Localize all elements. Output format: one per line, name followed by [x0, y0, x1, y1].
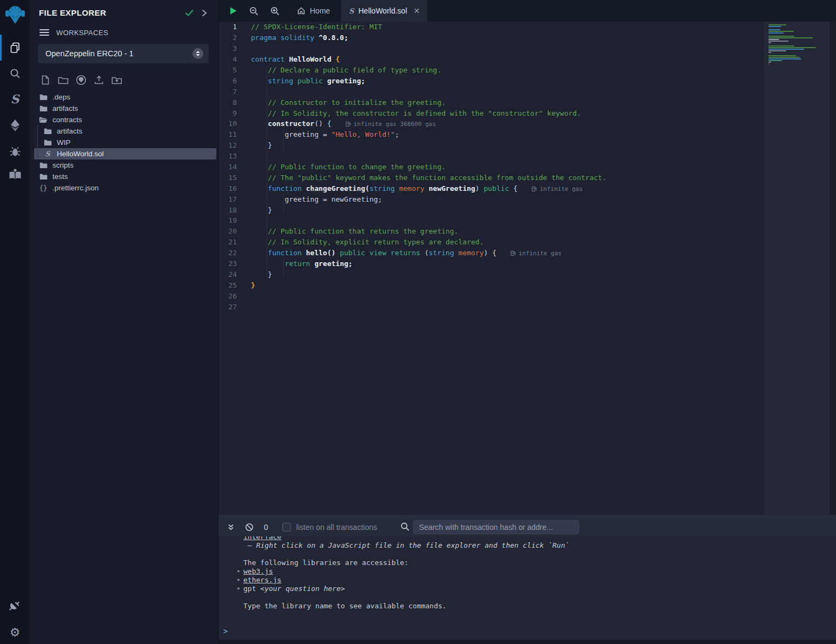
indent-guide	[283, 258, 284, 280]
minimap-line	[768, 31, 794, 32]
remix-logo-icon[interactable]	[0, 3, 30, 26]
check-icon[interactable]	[184, 9, 194, 17]
terminal-text: The following libraries are accessible:	[243, 559, 408, 567]
editor-scrollbar[interactable]	[829, 22, 836, 515]
code-line[interactable]: 5 // Declare a public field of type stri…	[218, 65, 764, 76]
deploy-and-run-icon[interactable]	[0, 114, 30, 137]
code-line[interactable]: 21 // In Solidity, explicit return types…	[218, 237, 764, 248]
search-icon[interactable]	[0, 62, 30, 85]
chevron-right-icon[interactable]	[201, 9, 208, 17]
learneth-icon[interactable]	[0, 163, 30, 185]
code-line[interactable]: 12 }	[218, 140, 764, 151]
file-explorer-icon[interactable]	[0, 36, 30, 59]
listen-transactions-checkbox[interactable]	[282, 523, 291, 532]
tree-item-tests[interactable]: tests	[34, 171, 216, 182]
code-line[interactable]: 14 // Public function to change the gree…	[218, 162, 764, 172]
tree-item-artifacts[interactable]: artifacts	[34, 103, 216, 114]
terminal-link[interactable]: web3.js	[243, 567, 273, 575]
tree-item-helloworld-sol[interactable]: SHelloWorld.sol	[34, 148, 216, 160]
code-line[interactable]: 13	[218, 151, 764, 162]
new-folder-icon[interactable]	[56, 74, 70, 87]
terminal-line	[218, 550, 836, 559]
code-line[interactable]: 20 // Public function that returns the g…	[218, 226, 764, 237]
upload-file-icon[interactable]	[92, 74, 106, 87]
tree-item--deps[interactable]: .deps	[34, 91, 216, 103]
code-line[interactable]: 8 // Constructor to initialize the greet…	[218, 97, 764, 108]
code-line[interactable]: 7	[218, 86, 764, 97]
folder-icon	[39, 172, 48, 181]
new-file-icon[interactable]	[38, 74, 52, 87]
workspace-select[interactable]: OpenZeppelin ERC20 - 1	[38, 44, 209, 63]
code-line[interactable]: 16 function changeGreeting(string memory…	[218, 183, 764, 194]
code-line[interactable]: 22 function hello() public view returns …	[218, 248, 764, 258]
file-explorer-panel: FILE EXPLORER WORKSPACES OpenZeppelin ER…	[30, 0, 218, 644]
code-line[interactable]: 17 greeting = newGreeting;	[218, 194, 764, 204]
github-clone-icon[interactable]	[74, 74, 88, 87]
tree-item-label: HelloWorld.sol	[57, 150, 104, 158]
tree-item-contracts[interactable]: contracts	[34, 114, 216, 125]
code-line[interactable]: 11 greeting = "Hello, World!";	[218, 129, 764, 140]
folder-icon	[39, 161, 48, 170]
code-text: contract HelloWorld {	[251, 55, 764, 63]
code-line[interactable]: 15 // The "public" keyword makes the fun…	[218, 172, 764, 183]
terminal-prompt[interactable]: >	[223, 627, 228, 635]
tab-helloworld-sol[interactable]: S HelloWorld.sol ✕	[341, 0, 427, 22]
editor-area: Home S HelloWorld.sol ✕ 1// SPDX-License…	[218, 0, 836, 515]
code-line[interactable]: 27	[218, 301, 764, 312]
terminal-search-input[interactable]	[413, 520, 579, 534]
clear-console-icon[interactable]	[242, 523, 256, 532]
bullet: •	[236, 576, 243, 585]
minimap-line	[768, 67, 825, 68]
expand-terminal-icon[interactable]	[224, 523, 238, 531]
minimap-line	[768, 34, 825, 35]
code-line[interactable]: 1// SPDX-License-Identifier: MIT	[218, 22, 764, 32]
minimap-line	[768, 60, 782, 61]
close-tab-icon[interactable]: ✕	[414, 6, 420, 15]
code-text: }	[251, 206, 764, 214]
tree-item-label: contracts	[52, 116, 82, 124]
workspace-sort-icon[interactable]	[193, 48, 203, 59]
tree-item-label: WIP	[57, 138, 71, 147]
tree-item--prettierrc-json[interactable]: {}.prettierrc.json	[34, 182, 216, 194]
line-number: 16	[218, 184, 251, 192]
solidity-compiler-icon[interactable]: S	[0, 88, 30, 110]
code-line[interactable]: 3	[218, 43, 764, 54]
tree-item-wip[interactable]: WIP	[34, 137, 216, 148]
solidity-icon: S	[349, 8, 354, 15]
plugin-manager-icon[interactable]	[0, 595, 30, 618]
minimap[interactable]	[764, 22, 829, 515]
tab-home[interactable]: Home	[290, 0, 337, 22]
line-number: 10	[218, 119, 251, 128]
code-line[interactable]: 2pragma solidity ^0.8.0;	[218, 32, 764, 43]
code-line[interactable]: 6 string public greeting;	[218, 75, 764, 86]
code-text: function changeGreeting(string memory ne…	[251, 184, 764, 192]
debugger-icon[interactable]	[0, 140, 30, 163]
settings-gear-icon[interactable]: ⚙	[0, 621, 30, 644]
line-number: 3	[218, 44, 251, 52]
code-line[interactable]: 19	[218, 215, 764, 226]
tree-item-artifacts[interactable]: artifacts	[34, 125, 216, 137]
code-line[interactable]: 25}	[218, 280, 764, 290]
hamburger-menu-icon[interactable]	[39, 28, 50, 37]
terminal-link[interactable]: interface	[243, 536, 281, 541]
code-text: return greeting;	[251, 260, 764, 268]
code-line[interactable]: 24 }	[218, 269, 764, 280]
code-line[interactable]: 10 constructor() {infinite gas 368600 ga…	[218, 118, 764, 129]
upload-folder-icon[interactable]	[110, 74, 124, 87]
terminal-link[interactable]: ethers.js	[243, 576, 281, 584]
code-lines: 1// SPDX-License-Identifier: MIT2pragma …	[218, 22, 764, 312]
code-editor[interactable]: 1// SPDX-License-Identifier: MIT2pragma …	[218, 22, 764, 515]
code-line[interactable]: 4contract HelloWorld {	[218, 54, 764, 65]
zoom-out-icon[interactable]	[249, 6, 259, 16]
terminal-line: •web3.js	[218, 567, 836, 576]
code-line[interactable]: 9 // In Solidity, the constructor is def…	[218, 108, 764, 118]
zoom-in-icon[interactable]	[270, 6, 280, 16]
run-script-icon[interactable]	[228, 6, 238, 16]
minimap-line	[768, 24, 786, 25]
listen-transactions-label: listen on all transactions	[296, 523, 377, 532]
tree-item-scripts[interactable]: scripts	[34, 160, 216, 171]
code-line[interactable]: 23 return greeting;	[218, 258, 764, 269]
code-line[interactable]: 26	[218, 290, 764, 301]
code-line[interactable]: 18 }	[218, 204, 764, 215]
line-number: 22	[218, 249, 251, 257]
